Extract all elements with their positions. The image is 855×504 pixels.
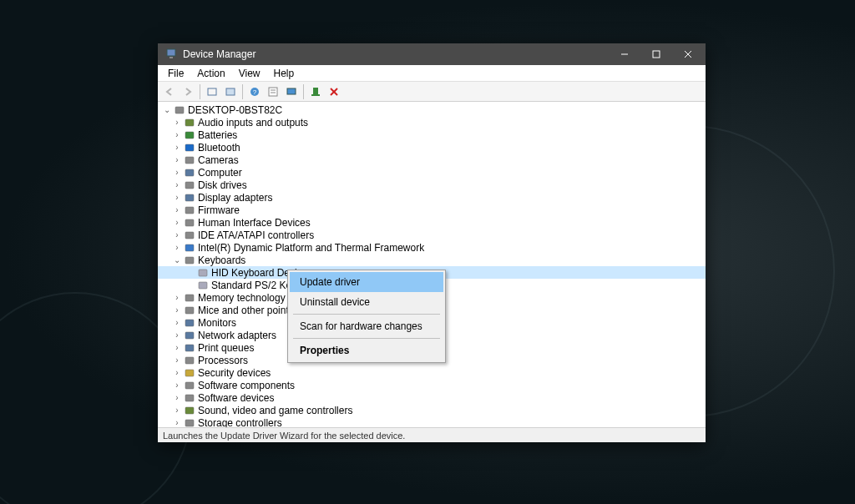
menu-view[interactable]: View bbox=[232, 66, 267, 81]
tree-category[interactable]: ›Sound, video and game controllers bbox=[158, 404, 706, 416]
svg-rect-20 bbox=[185, 132, 194, 139]
tree-category[interactable]: ›Firmware bbox=[158, 204, 706, 216]
category-icon bbox=[183, 355, 196, 366]
category-label: Human Interface Devices bbox=[198, 217, 311, 229]
tree-category[interactable]: ›Cameras bbox=[158, 154, 706, 166]
expander-icon[interactable]: › bbox=[171, 205, 183, 214]
expander-icon[interactable]: › bbox=[171, 406, 183, 415]
tree-category[interactable]: ›Human Interface Devices bbox=[158, 216, 706, 229]
category-icon bbox=[183, 305, 196, 316]
back-button[interactable] bbox=[161, 83, 178, 100]
expander-icon[interactable]: ⌄ bbox=[171, 255, 183, 265]
toolbar-separator bbox=[303, 84, 304, 99]
expander-icon[interactable]: › bbox=[171, 155, 183, 164]
context-menu-item[interactable]: Uninstall device bbox=[290, 292, 443, 312]
expander-icon[interactable]: › bbox=[171, 143, 183, 152]
tree-category[interactable]: ›Display adapters bbox=[158, 191, 706, 204]
window-title: Device Manager bbox=[183, 48, 609, 60]
view-button[interactable] bbox=[222, 83, 239, 100]
app-icon bbox=[164, 48, 178, 61]
context-menu: Update driverUninstall deviceScan for ha… bbox=[287, 270, 446, 363]
svg-rect-38 bbox=[185, 357, 194, 364]
properties-button[interactable] bbox=[265, 83, 281, 100]
expander-icon[interactable]: › bbox=[171, 318, 183, 327]
expander-icon[interactable]: › bbox=[171, 355, 183, 365]
tree-category[interactable]: ›Bluetooth bbox=[158, 141, 706, 154]
expander-icon[interactable]: › bbox=[171, 305, 183, 315]
category-label: Firmware bbox=[198, 204, 240, 216]
tree-category[interactable]: ›Security devices bbox=[158, 366, 706, 379]
expander-icon[interactable]: › bbox=[171, 180, 183, 189]
svg-rect-35 bbox=[185, 320, 194, 326]
device-tree[interactable]: ⌄DESKTOP-0BST82C›Audio inputs and output… bbox=[158, 102, 706, 427]
svg-rect-41 bbox=[185, 395, 194, 401]
expander-icon[interactable]: › bbox=[171, 293, 183, 302]
menu-help[interactable]: Help bbox=[267, 66, 301, 81]
tree-category[interactable]: ›Disk drives bbox=[158, 179, 706, 191]
svg-rect-14 bbox=[313, 88, 318, 94]
category-icon bbox=[183, 129, 196, 141]
expander-icon[interactable]: › bbox=[171, 368, 183, 377]
uninstall-button[interactable] bbox=[326, 83, 342, 100]
tree-root-label: DESKTOP-0BST82C bbox=[188, 104, 282, 116]
tree-category[interactable]: ›Computer bbox=[158, 166, 706, 179]
expander-icon[interactable]: › bbox=[171, 168, 183, 177]
tree-category[interactable]: ›Audio inputs and outputs bbox=[158, 116, 706, 129]
tree-root[interactable]: ⌄DESKTOP-0BST82C bbox=[158, 103, 706, 116]
expander-icon[interactable]: › bbox=[171, 130, 183, 139]
expander-icon[interactable]: › bbox=[171, 393, 183, 402]
svg-rect-31 bbox=[199, 270, 207, 276]
category-label: Display adapters bbox=[198, 192, 272, 204]
svg-rect-34 bbox=[185, 307, 194, 314]
expander-icon[interactable]: › bbox=[171, 193, 183, 202]
expander-icon[interactable]: › bbox=[171, 118, 183, 127]
category-label: Sound, video and game controllers bbox=[198, 405, 352, 416]
tree-category[interactable]: ›Storage controllers bbox=[158, 416, 706, 427]
forward-button[interactable] bbox=[180, 83, 196, 100]
category-label: Software devices bbox=[198, 392, 274, 404]
expander-icon[interactable]: › bbox=[171, 330, 183, 340]
tree-container: ⌄DESKTOP-0BST82C›Audio inputs and output… bbox=[158, 102, 706, 427]
svg-rect-10 bbox=[269, 88, 277, 96]
titlebar[interactable]: Device Manager bbox=[158, 43, 706, 65]
expander-icon[interactable]: › bbox=[171, 218, 183, 227]
svg-rect-22 bbox=[185, 157, 194, 164]
maximize-button[interactable] bbox=[640, 43, 672, 65]
scan-hardware-button[interactable] bbox=[307, 83, 324, 100]
expander-icon[interactable]: › bbox=[171, 230, 183, 239]
show-hidden-button[interactable] bbox=[204, 83, 220, 100]
category-label: Computer bbox=[198, 167, 242, 179]
category-icon bbox=[183, 392, 196, 404]
category-icon bbox=[183, 342, 196, 354]
monitor-button[interactable] bbox=[283, 83, 300, 100]
expander-icon[interactable]: › bbox=[171, 343, 183, 352]
tree-category[interactable]: ›Software components bbox=[158, 379, 706, 391]
context-menu-item[interactable]: Scan for hardware changes bbox=[290, 316, 443, 336]
tree-category[interactable]: ›Software devices bbox=[158, 391, 706, 404]
svg-rect-30 bbox=[185, 257, 194, 264]
menu-action[interactable]: Action bbox=[190, 66, 231, 81]
tree-category[interactable]: ›Batteries bbox=[158, 129, 706, 141]
svg-rect-6 bbox=[208, 88, 216, 95]
category-label: Monitors bbox=[198, 317, 236, 329]
category-label: Batteries bbox=[198, 129, 237, 141]
expander-icon[interactable]: › bbox=[171, 381, 183, 390]
minimize-button[interactable] bbox=[609, 43, 640, 65]
expander-icon[interactable]: › bbox=[171, 243, 183, 252]
category-icon bbox=[183, 154, 196, 166]
svg-rect-0 bbox=[167, 49, 175, 56]
svg-rect-28 bbox=[185, 232, 194, 239]
tree-category[interactable]: ›Intel(R) Dynamic Platform and Thermal F… bbox=[158, 241, 706, 254]
tree-category[interactable]: ›IDE ATA/ATAPI controllers bbox=[158, 229, 706, 241]
expander-icon[interactable]: › bbox=[171, 418, 183, 427]
tree-category[interactable]: ⌄Keyboards bbox=[158, 254, 706, 266]
category-icon bbox=[183, 380, 196, 391]
expander-icon[interactable]: ⌄ bbox=[161, 105, 173, 114]
help-button[interactable]: ? bbox=[246, 83, 263, 100]
context-menu-item[interactable]: Update driver bbox=[290, 272, 443, 292]
svg-rect-3 bbox=[653, 51, 660, 58]
context-menu-item[interactable]: Properties bbox=[290, 340, 443, 360]
menu-file[interactable]: File bbox=[161, 66, 190, 81]
category-icon bbox=[183, 217, 196, 229]
close-button[interactable] bbox=[672, 43, 704, 65]
